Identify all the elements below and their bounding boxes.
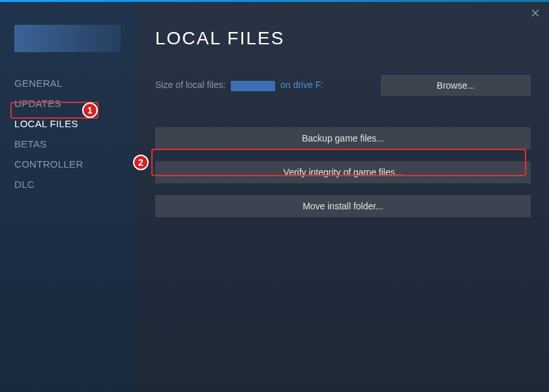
drive-text: on drive F: — [280, 80, 323, 90]
size-label: Size of local files: on drive F: — [155, 80, 323, 91]
size-prefix-text: Size of local files: — [155, 80, 226, 90]
close-icon[interactable] — [529, 7, 541, 19]
sidebar-item-betas[interactable]: BETAS — [0, 134, 137, 154]
backup-game-files-button[interactable]: Backup game files... — [155, 127, 531, 149]
game-title-placeholder — [14, 25, 121, 52]
browse-button[interactable]: Browse... — [381, 75, 531, 96]
sidebar-item-local-files[interactable]: LOCAL FILES — [0, 113, 137, 134]
size-value-redacted — [231, 81, 275, 91]
verify-integrity-button[interactable]: Verify integrity of game files... — [155, 161, 531, 183]
move-install-folder-button[interactable]: Move install folder... — [155, 195, 531, 217]
sidebar: GENERAL UPDATES LOCAL FILES BETAS CONTRO… — [0, 2, 137, 392]
main-container: GENERAL UPDATES LOCAL FILES BETAS CONTRO… — [0, 2, 549, 392]
sidebar-item-updates[interactable]: UPDATES — [0, 93, 137, 113]
sidebar-item-general[interactable]: GENERAL — [0, 73, 137, 93]
sidebar-item-controller[interactable]: CONTROLLER — [0, 154, 137, 174]
size-row: Size of local files: on drive F: Browse.… — [155, 75, 531, 96]
sidebar-item-dlc[interactable]: DLC — [0, 174, 137, 194]
page-title: LOCAL FILES — [155, 28, 531, 49]
main-panel: LOCAL FILES Size of local files: on driv… — [137, 2, 549, 392]
